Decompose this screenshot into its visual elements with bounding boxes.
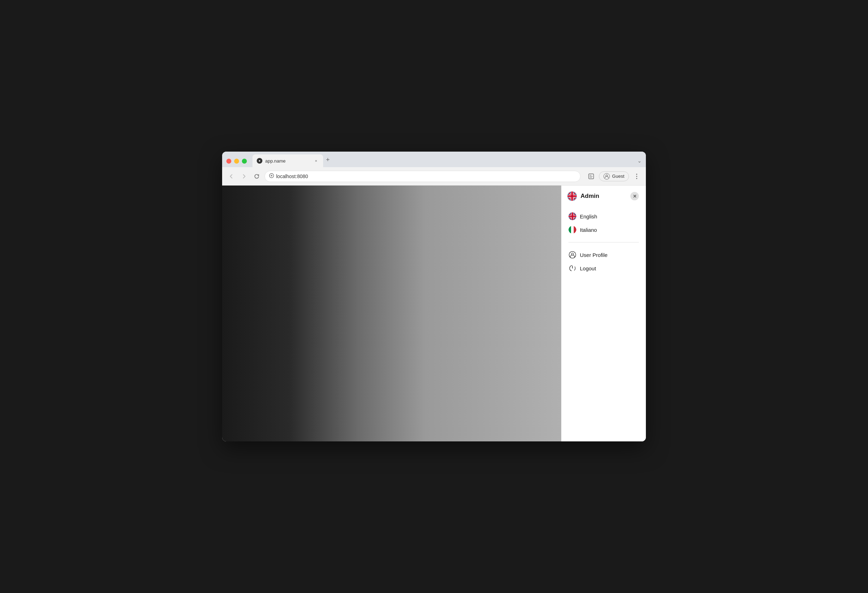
user-profile-item[interactable]: User Profile (561, 248, 646, 262)
maximize-window-button[interactable] (242, 159, 247, 164)
address-bar[interactable]: localhost:8080 (264, 171, 580, 182)
reader-mode-button[interactable] (586, 172, 596, 181)
forward-button[interactable] (239, 172, 249, 181)
uk-flag-icon (568, 212, 576, 220)
svg-rect-13 (571, 226, 573, 234)
svg-point-5 (636, 178, 638, 179)
profile-icon (604, 173, 610, 179)
tab-title: app.name (265, 158, 310, 164)
page-background (222, 186, 561, 441)
security-icon (269, 173, 274, 179)
back-button[interactable] (226, 172, 236, 181)
new-tab-button[interactable]: + (323, 156, 333, 167)
svg-rect-14 (574, 226, 576, 234)
window-controls (226, 159, 247, 167)
logout-item[interactable]: Logout (561, 262, 646, 275)
divider (568, 242, 639, 243)
language-italiano-label: Italiano (580, 227, 597, 233)
dropdown-close-button[interactable]: ✕ (630, 192, 639, 200)
svg-rect-12 (568, 226, 571, 234)
toolbar-right: Guest (586, 172, 642, 181)
user-profile-icon (568, 251, 576, 259)
profile-button[interactable]: Guest (599, 172, 629, 181)
more-menu-button[interactable] (632, 172, 642, 181)
active-tab[interactable]: ● app.name × (252, 154, 323, 167)
browser-chrome: ● app.name × + ⌄ (222, 152, 646, 186)
profile-label: Guest (612, 173, 624, 179)
svg-point-3 (636, 173, 638, 174)
dropdown-actions: User Profile Logout (561, 245, 646, 278)
tab-bar: ● app.name × + ⌄ (222, 152, 646, 167)
tab-close-button[interactable]: × (313, 158, 319, 164)
tab-dropdown-button[interactable]: ⌄ (638, 158, 642, 167)
close-icon: ✕ (633, 194, 637, 199)
dropdown-header: Admin ✕ (561, 186, 646, 207)
dropdown-header-left: Admin (567, 191, 599, 201)
close-window-button[interactable] (226, 159, 231, 164)
url-text: localhost:8080 (276, 173, 308, 179)
language-italiano[interactable]: Italiano (561, 223, 646, 237)
tab-favicon: ● (257, 158, 262, 164)
user-profile-label: User Profile (580, 252, 607, 258)
dropdown-title: Admin (580, 192, 599, 200)
language-english-label: English (580, 213, 597, 219)
admin-flag-icon (567, 191, 577, 201)
dropdown-languages: English (561, 207, 646, 239)
dropdown-panel: Admin ✕ (561, 186, 646, 441)
logout-label: Logout (580, 265, 596, 271)
minimize-window-button[interactable] (234, 159, 239, 164)
language-english[interactable]: English (561, 210, 646, 223)
italy-flag-icon (568, 226, 576, 234)
reload-button[interactable] (252, 172, 262, 181)
browser-content: Admin ✕ (222, 186, 646, 441)
svg-point-4 (636, 176, 638, 177)
toolbar: localhost:8080 Guest (222, 167, 646, 186)
logout-icon (568, 264, 576, 272)
browser-window: ● app.name × + ⌄ (222, 152, 646, 441)
